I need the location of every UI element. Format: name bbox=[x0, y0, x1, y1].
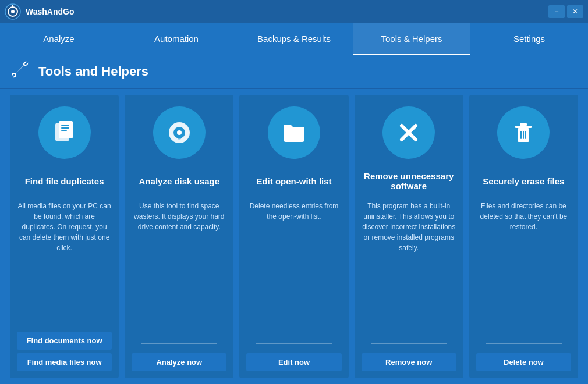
delete-now-button[interactable]: Delete now bbox=[476, 353, 571, 371]
erase-files-desc: Files and directories can be deleted so … bbox=[476, 201, 571, 336]
files-icon bbox=[51, 119, 79, 147]
remove-now-button[interactable]: Remove now bbox=[362, 353, 456, 371]
card-remove-software: Remove unnecessary software This program… bbox=[355, 95, 463, 378]
tab-automation[interactable]: Automation bbox=[118, 23, 235, 55]
card-analyze-disk: Analyze disk usage Use this tool to find… bbox=[125, 95, 233, 378]
tab-backups[interactable]: Backups & Results bbox=[235, 23, 353, 55]
svg-rect-16 bbox=[515, 126, 532, 128]
remove-software-divider bbox=[371, 343, 447, 344]
remove-software-desc: This program has a built-in uninstaller.… bbox=[362, 201, 456, 336]
section-title: Tools and Helpers bbox=[38, 64, 148, 79]
trash-icon bbox=[509, 119, 537, 147]
edit-open-with-desc: Delete needless entries from the open-wi… bbox=[246, 201, 341, 336]
tab-analyze[interactable]: Analyze bbox=[0, 23, 118, 55]
tools-icon-svg bbox=[12, 61, 30, 79]
svg-point-12 bbox=[178, 138, 181, 140]
close-x-icon bbox=[395, 119, 423, 147]
close-button[interactable]: ✕ bbox=[567, 5, 583, 18]
title-bar-left: WashAndGo bbox=[5, 3, 74, 20]
app-title: WashAndGo bbox=[26, 7, 74, 16]
minimize-button[interactable]: − bbox=[548, 5, 565, 18]
analyze-disk-divider bbox=[141, 343, 218, 344]
find-duplicates-divider bbox=[26, 322, 102, 322]
analyze-disk-icon-circle bbox=[153, 106, 206, 159]
title-bar: WashAndGo − ✕ bbox=[0, 0, 588, 23]
edit-open-with-title: Edit open-with list bbox=[256, 169, 331, 193]
analyze-now-button[interactable]: Analyze now bbox=[132, 353, 226, 371]
app-icon bbox=[5, 3, 21, 20]
nav-bar: Analyze Automation Backups & Results Too… bbox=[0, 23, 588, 55]
remove-software-title: Remove unnecessary software bbox=[362, 169, 456, 193]
title-bar-controls: − ✕ bbox=[548, 5, 583, 18]
edit-open-with-divider bbox=[256, 343, 332, 344]
svg-rect-5 bbox=[59, 121, 73, 138]
find-duplicates-title: Find file duplicates bbox=[25, 169, 104, 193]
find-media-button[interactable]: Find media files now bbox=[17, 353, 112, 371]
card-erase-files: Securely erase files Files and directori… bbox=[469, 95, 578, 378]
edit-now-button[interactable]: Edit now bbox=[246, 353, 341, 371]
folder-icon bbox=[280, 119, 308, 147]
svg-point-11 bbox=[177, 130, 182, 135]
tools-icon bbox=[12, 61, 30, 83]
svg-point-2 bbox=[11, 10, 15, 13]
svg-rect-8 bbox=[61, 130, 67, 131]
find-duplicates-icon-circle bbox=[38, 106, 91, 159]
erase-files-divider bbox=[486, 343, 562, 344]
section-header: Tools and Helpers bbox=[0, 55, 588, 89]
tab-settings[interactable]: Settings bbox=[470, 23, 588, 55]
svg-rect-17 bbox=[520, 123, 527, 126]
remove-software-icon-circle bbox=[382, 106, 435, 159]
erase-files-title: Securely erase files bbox=[483, 169, 564, 193]
svg-rect-6 bbox=[61, 125, 69, 126]
find-duplicates-desc: All media files on your PC can be found,… bbox=[17, 201, 112, 315]
svg-rect-7 bbox=[61, 127, 69, 129]
card-edit-open-with: Edit open-with list Delete needless entr… bbox=[239, 95, 348, 378]
analyze-disk-desc: Use this tool to find space wasters. It … bbox=[132, 201, 226, 336]
card-find-duplicates: Find file duplicates All media files on … bbox=[10, 95, 119, 378]
cards-container: Find file duplicates All media files on … bbox=[0, 89, 588, 384]
erase-files-icon-circle bbox=[497, 106, 550, 159]
disk-icon bbox=[165, 119, 193, 147]
find-documents-button[interactable]: Find documents now bbox=[17, 332, 112, 350]
edit-open-with-icon-circle bbox=[268, 106, 320, 159]
analyze-disk-title: Analyze disk usage bbox=[139, 169, 219, 193]
tab-tools[interactable]: Tools & Helpers bbox=[353, 23, 470, 55]
